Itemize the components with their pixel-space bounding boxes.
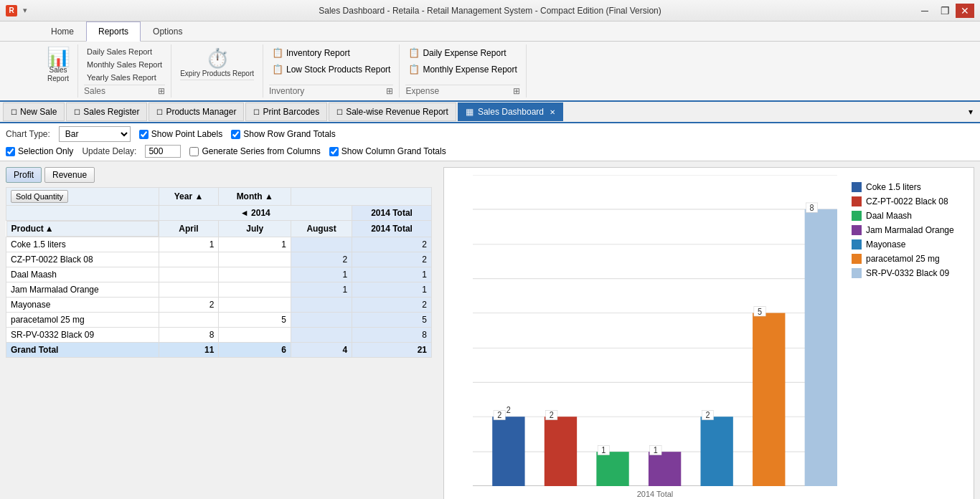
monthly-sales-button[interactable]: Monthly Sales Report	[84, 59, 165, 70]
minimize-button[interactable]: ─	[915, 4, 934, 18]
legend-color-daal	[852, 211, 862, 221]
expense-group: 📋 Daily Expense Report 📋 Monthly Expense…	[400, 44, 526, 98]
table-foot: Grand Total 11 6 4 21	[6, 343, 432, 358]
ribbon: Dashboard Home Reports Options 📊 SalesRe…	[0, 22, 980, 102]
cell-product: Mayonase	[6, 298, 159, 313]
tab-sales-dashboard[interactable]: ▦ Sales Dashboard ✕	[458, 103, 563, 121]
legend-item-daal: Daal Maash	[852, 211, 966, 221]
july-col-header: July	[219, 221, 291, 237]
cell-april	[159, 252, 219, 267]
sales-group-items: Daily Sales Report Monthly Sales Report …	[84, 46, 165, 83]
svg-text:2: 2	[705, 409, 710, 420]
monthly-expense-icon: 📋	[408, 64, 420, 75]
show-point-labels-checkbox[interactable]: Show Point Labels	[139, 129, 222, 139]
chart-legend: Coke 1.5 liters CZ-PT-0022 Black 08 Daal…	[844, 168, 974, 499]
monthly-expense-button[interactable]: 📋 Monthly Expense Report	[405, 62, 519, 76]
title-bar-left: R ▾	[6, 5, 27, 16]
update-delay-label: Update Delay:	[82, 146, 136, 156]
tab-dropdown-button[interactable]: ▾	[964, 107, 977, 117]
total-col-header: 2014 Total	[352, 221, 432, 237]
close-button[interactable]: ✕	[956, 4, 974, 18]
tab-print-barcodes[interactable]: ☐ Print Barcodes	[245, 103, 327, 121]
yearly-sales-button[interactable]: Yearly Sales Report	[84, 72, 165, 83]
tab-dashboard-icon: ▦	[466, 107, 473, 117]
ribbon-content: 📊 SalesReport Daily Sales Report Monthly…	[0, 42, 980, 100]
svg-text:5: 5	[758, 306, 762, 317]
cell-july	[219, 267, 291, 282]
expiry-products-button[interactable]: ⏱️ Expiry Products Report	[171, 44, 263, 98]
legend-color-coke	[852, 182, 862, 192]
update-delay-input[interactable]	[145, 145, 181, 158]
profit-tab-button[interactable]: Profit	[6, 167, 42, 183]
cell-august: 1	[291, 267, 352, 282]
legend-item-mayo: Mayonase	[852, 239, 966, 250]
legend-color-para	[852, 254, 862, 264]
inventory-report-button[interactable]: 📋 Inventory Report	[269, 46, 393, 60]
svg-text:2: 2	[497, 409, 501, 420]
bar-jam	[649, 452, 681, 486]
show-row-grand-totals-checkbox[interactable]: Show Row Grand Totals	[231, 129, 336, 139]
year-col-header[interactable]: Year ▲	[159, 188, 219, 206]
expiry-group-label	[180, 80, 254, 80]
grand-total-label: Grand Total	[6, 343, 159, 358]
inventory-group-items: 📋 Inventory Report 📋 Low Stock Products …	[269, 46, 393, 83]
cell-july: 1	[219, 237, 291, 252]
right-panel: 9 8 7 6 5 4 3 2 1 0 2	[438, 161, 980, 499]
generate-series-checkbox[interactable]: Generate Series from Columns	[189, 146, 320, 156]
cell-total: 8	[352, 328, 432, 343]
legend-color-srpv	[852, 268, 862, 278]
bar-paracetamol	[753, 313, 785, 486]
chart-type-select[interactable]: Bar Line Pie	[59, 126, 131, 142]
cell-total: 2	[352, 237, 432, 252]
legend-item-czpt: CZ-PT-0022 Black 08	[852, 196, 966, 206]
cell-total: 5	[352, 313, 432, 328]
revenue-tab-button[interactable]: Revenue	[44, 167, 95, 183]
chart-inner: 9 8 7 6 5 4 3 2 1 0 2	[444, 168, 844, 499]
cell-august	[291, 298, 352, 313]
cell-product: Daal Maash	[6, 267, 159, 282]
year-2014-header: ◄ 2014	[159, 206, 352, 221]
bar-coke	[492, 417, 524, 486]
cell-august	[291, 313, 352, 328]
low-stock-button[interactable]: 📋 Low Stock Products Report	[269, 62, 393, 76]
ribbon-tab-reports[interactable]: Reports	[86, 22, 141, 42]
app-icon: R	[6, 5, 17, 16]
selection-only-checkbox[interactable]: Selection Only	[6, 146, 73, 156]
tab-sale-wise-revenue[interactable]: ☐ Sale-wise Revenue Report	[329, 103, 456, 121]
cell-july	[219, 282, 291, 298]
table-row: CZ-PT-0022 Black 08 2 2	[6, 252, 432, 267]
cell-total: 1	[352, 267, 432, 282]
expense-group-label: Expense ⊞	[405, 85, 519, 96]
ribbon-tabs: Home Reports Options	[0, 22, 980, 42]
show-column-grand-totals-checkbox[interactable]: Show Column Grand Totals	[329, 146, 446, 156]
sales-report-icon: 📊	[47, 47, 70, 66]
tab-new-sale[interactable]: ☐ New Sale	[3, 103, 65, 121]
sales-report-button[interactable]: 📊 SalesReport	[39, 44, 78, 98]
inventory-icon: 📋	[272, 47, 283, 58]
ribbon-tab-home[interactable]: Home	[39, 22, 86, 41]
cell-product: Jam Marmalad Orange	[6, 282, 159, 298]
main-content: Profit Revenue Sold Quantity Year ▲ Mont…	[0, 161, 980, 499]
product-header	[6, 206, 159, 221]
product-col-header[interactable]: Product ▲	[6, 221, 159, 237]
tab-products-manager[interactable]: ☐ Products Manager	[149, 103, 244, 121]
restore-button[interactable]: ❐	[936, 4, 954, 18]
cell-total: 2	[352, 252, 432, 267]
tab-bar: ☐ New Sale ☐ Sales Register ☐ Products M…	[0, 102, 980, 123]
sales-report-label: SalesReport	[47, 66, 69, 83]
grand-total-august: 4	[291, 343, 352, 358]
month-col-header[interactable]: Month ▲	[219, 188, 291, 206]
bar-daal	[596, 452, 628, 486]
sold-qty-header: Sold Quantity	[6, 188, 159, 206]
ribbon-tab-options[interactable]: Options	[141, 22, 194, 41]
table-body: Coke 1.5 liters 1 1 2 CZ-PT-0022 Black 0…	[6, 237, 432, 343]
cell-july: 5	[219, 313, 291, 328]
daily-expense-button[interactable]: 📋 Daily Expense Report	[405, 46, 519, 60]
sold-qty-button[interactable]: Sold Quantity	[11, 190, 68, 203]
title-bar-controls: ─ ❐ ✕	[915, 4, 974, 18]
legend-item-para: paracetamol 25 mg	[852, 254, 966, 264]
tab-close-button[interactable]: ✕	[550, 108, 555, 116]
daily-sales-button[interactable]: Daily Sales Report	[84, 46, 165, 57]
tab-sales-register[interactable]: ☐ Sales Register	[66, 103, 147, 121]
april-col-header: April	[159, 221, 219, 237]
